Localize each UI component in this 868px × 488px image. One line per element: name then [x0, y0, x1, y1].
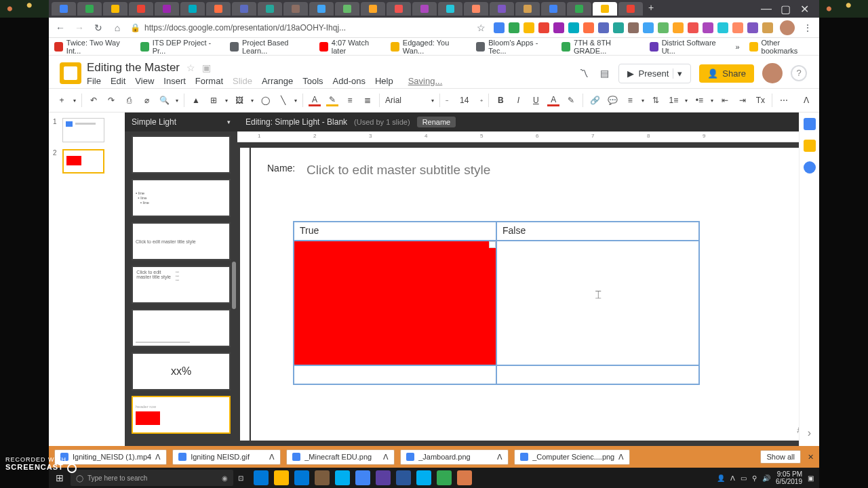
bookmarks-overflow-icon[interactable]: » — [736, 43, 740, 51]
select-tool[interactable]: ▲ — [190, 94, 202, 106]
browser-tab[interactable] — [129, 2, 153, 16]
italic-button[interactable]: I — [512, 94, 524, 106]
menu-view[interactable]: View — [135, 76, 154, 86]
layout-thumbnail[interactable]: Click to edit master title style — [132, 222, 231, 260]
extension-icon[interactable] — [524, 22, 534, 33]
forward-button[interactable]: → — [73, 22, 85, 34]
extension-icon[interactable] — [747, 22, 758, 33]
taskbar-app-icon[interactable] — [254, 470, 269, 485]
layout-thumbnail[interactable] — [132, 309, 231, 347]
share-button[interactable]: 👤 Share — [699, 64, 754, 83]
taskbar-app-icon[interactable] — [376, 470, 391, 485]
browser-tab[interactable] — [258, 2, 282, 16]
browser-tab[interactable] — [52, 2, 76, 16]
layout-thumbnail[interactable]: ▪ line ▪ line ▪ line — [132, 179, 231, 217]
theme-name[interactable]: Simple Light ▾ — [125, 113, 237, 131]
present-button[interactable]: ▶ Present ▾ — [618, 64, 691, 83]
close-downloads-button[interactable]: ✕ — [808, 453, 814, 462]
layout-thumbnail[interactable] — [132, 136, 231, 174]
bold-button[interactable]: B — [494, 94, 507, 106]
extension-icon[interactable] — [762, 22, 773, 33]
bookmark-star-icon[interactable]: ☆ — [475, 22, 487, 34]
download-chip[interactable]: _Jamboard.pngᐱ — [400, 449, 509, 465]
scrollbar-thumb[interactable] — [232, 262, 236, 309]
line-spacing-button[interactable]: ⇅ — [650, 94, 662, 106]
bookmark-item[interactable]: Edgaged: You Wan... — [391, 39, 467, 55]
bookmark-item[interactable]: 4:07 Watch later — [319, 39, 381, 55]
bookmark-item[interactable]: Bloom's Apps - Tec... — [476, 39, 552, 55]
extension-icon[interactable] — [553, 22, 564, 33]
url-field[interactable]: 🔒 https://docs.google.com/presentation/d… — [130, 23, 468, 33]
undo-button[interactable]: ↶ — [87, 94, 100, 106]
menu-format[interactable]: Format — [195, 76, 223, 86]
extension-icon[interactable] — [732, 22, 743, 33]
menu-help[interactable]: Help — [375, 76, 393, 86]
table-cell[interactable] — [294, 365, 496, 384]
increase-indent-button[interactable]: ⇥ — [736, 94, 749, 106]
menu-insert[interactable]: Insert — [163, 76, 186, 86]
taskbar-app-icon[interactable] — [437, 470, 452, 485]
menu-slide[interactable]: Slide — [233, 76, 252, 86]
zoom-button[interactable]: 🔍 — [158, 94, 170, 106]
maximize-button[interactable]: ▢ — [778, 3, 792, 16]
layout-thumbnail-selected[interactable]: header row — [132, 396, 231, 434]
document-title[interactable]: Editing the Master — [87, 61, 180, 75]
extension-icon[interactable] — [628, 22, 639, 33]
extension-icon[interactable] — [494, 22, 505, 33]
taskbar-app-icon[interactable] — [294, 470, 309, 485]
network-icon[interactable]: ⚲ — [752, 474, 757, 482]
new-slide-button[interactable]: + — [56, 94, 68, 106]
more-options-button[interactable]: ⋯ — [778, 94, 790, 106]
comments-icon[interactable]: ▤ — [598, 67, 610, 79]
bulleted-list-button[interactable]: •≡ — [693, 94, 705, 106]
subtitle-placeholder[interactable]: Click to edit master subtitle style — [307, 163, 490, 178]
browser-tab[interactable] — [567, 2, 591, 16]
bookmark-item[interactable]: Twice: Two Way Int... — [54, 39, 131, 55]
extension-icon[interactable] — [643, 22, 654, 33]
volume-icon[interactable]: 🔊 — [762, 474, 770, 482]
table-cell-empty[interactable] — [496, 241, 699, 365]
download-chip[interactable]: _Minecraft EDU.pngᐱ — [286, 449, 395, 465]
collapse-toolbar-button[interactable]: ᐱ — [800, 94, 812, 106]
table-cell-red[interactable] — [294, 241, 496, 365]
browser-tab[interactable] — [593, 2, 617, 16]
link-button[interactable]: 🔗 — [589, 94, 601, 106]
border-dash-button[interactable]: ≣ — [361, 94, 374, 106]
font-size-select[interactable]: 14 — [454, 96, 475, 105]
chevron-up-icon[interactable]: ᐱ — [497, 453, 502, 462]
expand-rail-icon[interactable]: › — [808, 427, 811, 439]
browser-tab[interactable] — [438, 2, 462, 16]
slide-thumbnail-1[interactable] — [62, 118, 104, 142]
browser-tab[interactable] — [464, 2, 488, 16]
extension-icon[interactable] — [673, 22, 684, 33]
bookmark-item[interactable]: ITS DEP Project - Pr... — [140, 39, 220, 55]
extension-icon[interactable] — [538, 22, 549, 33]
browser-tab[interactable] — [412, 2, 437, 16]
home-button[interactable]: ⌂ — [111, 22, 123, 34]
browser-tab[interactable] — [335, 2, 359, 16]
add-comment-button[interactable]: 💬 — [606, 94, 618, 106]
browser-tab[interactable] — [103, 2, 127, 16]
table-header-true[interactable]: True — [294, 222, 496, 241]
underline-button[interactable]: U — [530, 94, 542, 106]
clear-format-button[interactable]: Tx — [754, 94, 766, 106]
fill-color-button[interactable]: A — [309, 94, 321, 106]
slides-logo-icon[interactable] — [60, 62, 81, 84]
align-button[interactable]: ≡ — [624, 94, 636, 106]
calendar-icon[interactable] — [804, 118, 816, 130]
chevron-up-icon[interactable]: ᐱ — [618, 453, 624, 462]
menu-tools[interactable]: Tools — [302, 76, 323, 86]
taskbar-app-icon[interactable] — [335, 470, 350, 485]
download-chip[interactable]: Igniting NEISD.gifᐱ — [172, 449, 281, 465]
chevron-up-icon[interactable]: ᐱ — [383, 453, 389, 462]
paint-format-button[interactable]: ⌀ — [140, 94, 153, 106]
slide-canvas[interactable]: Name: Click to edit master subtitle styl… — [251, 148, 811, 441]
start-button[interactable]: ⊞ — [49, 472, 71, 483]
bookmark-item[interactable]: District Software Ut... — [650, 39, 726, 55]
new-tab-button[interactable]: + — [644, 2, 658, 16]
redo-button[interactable]: ↷ — [105, 94, 117, 106]
decrease-indent-button[interactable]: ⇤ — [719, 94, 731, 106]
border-weight-button[interactable]: ≡ — [344, 94, 356, 106]
browser-tab[interactable] — [541, 2, 566, 16]
taskbar-app-icon[interactable] — [457, 470, 472, 485]
